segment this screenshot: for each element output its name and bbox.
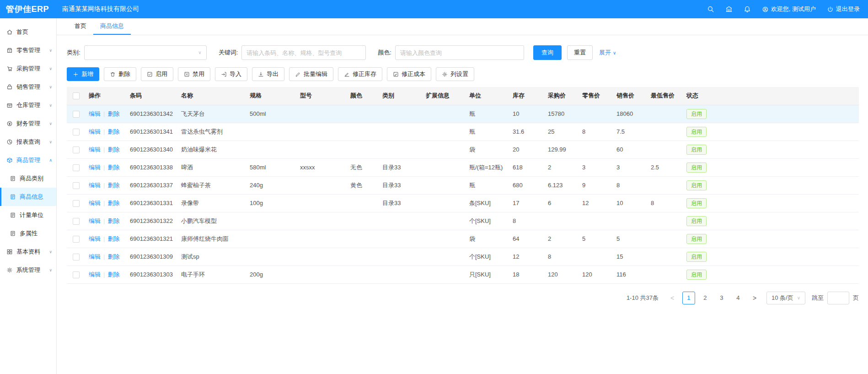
delete-link[interactable]: 删除 [107,146,119,153]
row-checkbox[interactable] [73,111,80,118]
row-checkbox[interactable] [73,271,80,278]
cell-model [296,176,347,194]
delete-link[interactable]: 删除 [107,253,119,260]
shop-icon[interactable] [725,5,733,13]
add-button[interactable]: 新增 [67,67,99,81]
page-button-3[interactable]: 3 [715,292,728,304]
row-checkbox[interactable] [73,218,80,225]
batch-edit-button[interactable]: 批量编辑 [289,67,333,81]
report-icon [6,139,13,145]
color-input[interactable] [395,45,524,60]
bell-icon[interactable] [744,5,751,13]
page-button-2[interactable]: 2 [699,292,712,304]
sidebar-item-goods-info[interactable]: 商品信息 [0,188,56,206]
edit-link[interactable]: 编辑 [89,128,101,135]
welcome-user[interactable]: 欢迎您, 测试用户 [762,5,816,13]
export-button[interactable]: 导出 [252,67,284,81]
sidebar-item-purchase[interactable]: 采购管理∨ [0,60,56,78]
cell-barcode: 6901236301331 [126,194,177,212]
cell-action: 编辑|删除 [85,176,126,194]
row-checkbox[interactable] [73,182,80,189]
sidebar-item-measure-unit[interactable]: 计量单位 [0,206,56,224]
edit-link[interactable]: 编辑 [89,110,101,117]
page-button-4[interactable]: 4 [732,292,745,304]
row-checkbox[interactable] [73,164,80,171]
enable-button-label: 启用 [155,70,167,78]
sidebar-item-report[interactable]: 报表查询∨ [0,133,56,151]
sidebar-item-label: 商品信息 [20,193,43,201]
next-page-button[interactable]: > [748,292,761,304]
cell-ext-info [422,266,466,283]
prev-page-button[interactable]: < [666,292,679,304]
row-checkbox[interactable] [73,146,80,153]
category-select[interactable]: ∨ [84,45,207,60]
disable-button[interactable]: 禁用 [178,67,210,81]
enable-button[interactable]: 启用 [141,67,173,81]
delete-link[interactable]: 删除 [107,200,119,206]
tab-goods-info[interactable]: 商品信息 [93,18,131,35]
cell-color [347,105,379,123]
column-header-min-price: 最低售价 [647,87,683,105]
tab-home[interactable]: 首页 [68,18,93,35]
column-settings-button[interactable]: 列设置 [436,67,474,81]
delete-link[interactable]: 删除 [107,182,119,189]
sidebar-item-retail[interactable]: 零售管理∨ [0,41,56,60]
row-checkbox[interactable] [73,200,80,207]
sidebar-item-system[interactable]: 系统管理∨ [0,261,56,279]
sidebar-item-home[interactable]: 首页 [0,23,56,41]
search-icon[interactable] [707,5,714,13]
edit-link[interactable]: 编辑 [89,271,101,278]
cell-model [296,248,347,266]
edit-link[interactable]: 编辑 [89,235,101,242]
edit-link[interactable]: 编辑 [89,146,101,153]
sidebar-item-goods[interactable]: 商品管理∧ [0,151,56,169]
page-button-1[interactable]: 1 [682,292,695,304]
cell-unit: 瓶 [466,123,509,141]
row-check-cell [67,230,85,248]
cell-action: 编辑|删除 [85,123,126,141]
row-check-cell [67,105,85,123]
edit-link[interactable]: 编辑 [89,164,101,171]
delete-link[interactable]: 删除 [107,110,119,117]
delete-button-label: 删除 [118,70,130,78]
page-size-select[interactable]: 10 条/页 ∨ [766,292,805,304]
delete-link[interactable]: 删除 [107,271,119,278]
delete-link[interactable]: 删除 [107,164,119,171]
chevron-down-icon: ∨ [49,85,52,89]
keyword-input[interactable] [241,45,366,60]
sidebar-item-multi-attr[interactable]: 多属性 [0,224,56,243]
row-checkbox[interactable] [73,254,80,260]
cell-category: 目录33 [379,158,422,176]
sidebar-item-goods-category[interactable]: 商品类别 [0,169,56,188]
chevron-down-icon: ∨ [49,66,52,71]
sidebar-item-sales[interactable]: 销售管理∨ [0,78,56,96]
reset-button[interactable]: 重置 [567,45,593,60]
edit-link[interactable]: 编辑 [89,200,101,206]
cell-retail-price: 8 [579,123,613,141]
cell-ext-info [422,194,466,212]
fix-stock-button[interactable]: 修正库存 [338,67,382,81]
select-all-checkbox[interactable] [73,92,80,99]
search-button[interactable]: 查询 [533,45,562,60]
cell-name: 飞天茅台 [177,105,246,123]
delete-link[interactable]: 删除 [107,217,119,224]
sidebar-item-finance[interactable]: 财务管理∨ [0,114,56,133]
delete-button[interactable]: 删除 [104,67,136,81]
cell-stock: 31.6 [509,123,544,141]
trash-icon [110,71,116,77]
delete-link[interactable]: 删除 [107,128,119,135]
row-checkbox[interactable] [73,236,80,243]
edit-link[interactable]: 编辑 [89,182,101,189]
edit-link[interactable]: 编辑 [89,217,101,224]
edit-link[interactable]: 编辑 [89,253,101,260]
jump-page-input[interactable] [827,292,849,304]
expand-link[interactable]: 展开 ∨ [599,49,616,57]
cell-purchase-price: 120 [544,266,579,283]
sidebar-item-warehouse[interactable]: 仓库管理∨ [0,96,56,114]
sidebar-item-basic-data[interactable]: 基本资料∨ [0,243,56,261]
fix-cost-button[interactable]: 修正成本 [387,67,431,81]
delete-link[interactable]: 删除 [107,235,119,242]
row-checkbox[interactable] [73,129,80,136]
logout-button[interactable]: 退出登录 [827,5,860,13]
import-button[interactable]: 导入 [215,67,247,81]
